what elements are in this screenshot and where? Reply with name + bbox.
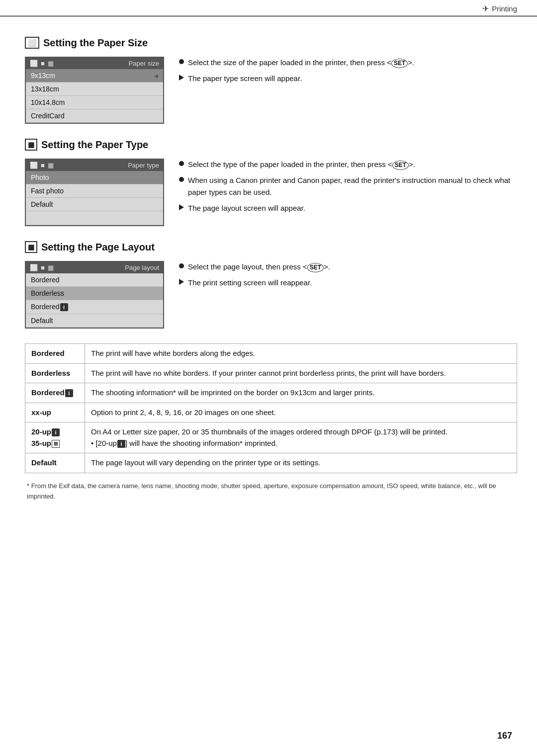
table-term-borderless: Borderless [25,363,85,383]
lcd-icon-1b: ⬜ [30,162,38,169]
bullet-triangle-icon [179,75,184,81]
paper-size-bullet-2: The paper type screen will appear. [179,73,517,84]
lcd-icon-2c: ■ [41,264,45,271]
lcd-row-10x14: 10x14.8cm [26,96,163,109]
bullet-triangle-icon-3 [179,279,184,285]
section-icon-paper-type: ▦ [25,139,37,151]
section-icon-page-layout: ▦ [25,241,37,253]
set-button-notation-3: SET [307,263,324,272]
lcd-row-13x18: 13x18cm [26,83,163,96]
info-icon-20up-2: i [117,440,125,448]
info-icon-bordered: i [60,303,68,311]
table-desc-bordered: The print will have white borders along … [85,344,517,364]
lcd-icons-3: ⬜ ■ ▦ [30,264,54,271]
table-term-xxup: xx-up [25,403,85,422]
layout-info-table: Bordered The print will have white borde… [25,343,517,473]
lcd-row-bordered-info: Borderedi [26,300,163,314]
lcd-row-default-type: Default [26,198,163,211]
lcd-row-photo: Photo [26,171,163,184]
lcd-page-layout: ⬜ ■ ▦ Page layout Bordered Borderless Bo… [25,261,164,329]
lcd-row-9x13: 9x13cm ◀ [26,69,163,83]
paper-type-bullet-2: When using a Canon printer and Canon pap… [179,174,517,198]
table-row-default: Default The page layout will vary depend… [25,453,517,473]
table-term-20up: 20-upi 35-up⊞ [25,422,85,453]
section-page-layout-body: ⬜ ■ ▦ Page layout Bordered Borderless Bo… [25,261,517,329]
paper-size-desc: Select the size of the paper loaded in t… [179,57,517,124]
table-term-bordered: Bordered [25,344,85,364]
lcd-row-borderless: Borderless [26,287,163,300]
lcd-icon-2b: ■ [41,162,45,169]
category-label: Printing [492,4,517,13]
section-paper-type-body: ⬜ ■ ▦ Paper type Photo Fast photo Defaul… [25,159,517,226]
table-row-bordered: Bordered The print will have white borde… [25,344,517,364]
lcd-paper-size: ⬜ ■ ▦ Paper size 9x13cm ◀ 13x18cm 10x14.… [25,57,164,124]
bullet-triangle-icon-2 [179,204,184,210]
section-paper-size-header: ⬜ Setting the Paper Size [25,37,517,49]
lcd-icon-3: ▦ [48,60,54,67]
lcd-icons: ⬜ ■ ▦ [30,60,54,67]
bullet-circle-icon-2 [179,161,184,166]
paper-size-bullet-1: Select the size of the paper loaded in t… [179,57,517,69]
page-content: ⬜ Setting the Paper Size ⬜ ■ ▦ Paper siz… [0,17,537,516]
table-row-20up: 20-upi 35-up⊞ On A4 or Letter size paper… [25,422,517,453]
page-layout-bullet-2: The print setting screen will reappear. [179,277,517,289]
bullet-circle-icon [179,59,184,64]
table-desc-borderless: The print will have no white borders. If… [85,363,517,383]
lcd-row-creditcard: CreditCard [26,109,163,123]
table-desc-default: The page layout will vary depending on t… [85,453,517,473]
info-icon-20up: i [52,428,60,436]
table-row-bordered-info: Borderedi The shooting information* will… [25,383,517,403]
bullet-circle-icon-3 [179,177,184,182]
lcd-row-empty [26,211,163,225]
lcd-icon-3c: ▦ [48,264,54,271]
info-icon-table: i [65,389,73,397]
section-paper-type-header: ▦ Setting the Paper Type [25,139,517,151]
page-layout-bullet-1: Select the page layout, then press <SET>… [179,261,517,273]
section-icon-paper-size: ⬜ [25,37,39,49]
table-row-borderless: Borderless The print will have no white … [25,363,517,383]
lcd-row-fast-photo: Fast photo [26,184,163,198]
lcd-icon-1: ⬜ [30,60,38,67]
lcd-paper-size-label: Paper size [129,60,159,67]
section-paper-size-title: Setting the Paper Size [43,37,148,49]
lcd-paper-size-topbar: ⬜ ■ ▦ Paper size [26,58,163,69]
lcd-page-layout-topbar: ⬜ ■ ▦ Page layout [26,262,163,273]
grid-icon-35up: ⊞ [52,440,60,448]
page-number: 167 [497,731,512,741]
section-page-layout-header: ▦ Setting the Page Layout [25,241,517,253]
top-bar: ✈ Printing [0,0,537,17]
paper-type-desc: Select the type of the paper loaded in t… [179,159,517,226]
table-desc-xxup: Option to print 2, 4, 8, 9, 16, or 20 im… [85,403,517,422]
lcd-paper-type: ⬜ ■ ▦ Paper type Photo Fast photo Defaul… [25,159,164,226]
page-layout-desc: Select the page layout, then press <SET>… [179,261,517,329]
lcd-icons-2: ⬜ ■ ▦ [30,162,54,169]
footnote: * From the Exif data, the camera name, l… [25,481,517,502]
bullet-circle-icon-4 [179,263,184,268]
lcd-row-bordered: Bordered [26,273,163,287]
section-paper-size-body: ⬜ ■ ▦ Paper size 9x13cm ◀ 13x18cm 10x14.… [25,57,517,124]
table-term-bordered-info: Borderedi [25,383,85,403]
table-row-xxup: xx-up Option to print 2, 4, 8, 9, 16, or… [25,403,517,422]
printing-icon: ✈ [482,4,489,13]
lcd-icon-1c: ⬜ [30,264,38,271]
lcd-page-layout-label: Page layout [125,264,159,271]
section-page-layout-title: Setting the Page Layout [41,242,155,253]
lcd-row-default-layout: Default [26,314,163,328]
section-paper-type-title: Setting the Paper Type [41,139,148,151]
set-button-notation: SET [391,59,408,68]
paper-type-bullet-1: Select the type of the paper loaded in t… [179,159,517,170]
lcd-paper-type-topbar: ⬜ ■ ▦ Paper type [26,160,163,171]
lcd-icon-2: ■ [41,60,45,67]
lcd-icon-3b: ▦ [48,162,54,169]
page-category: ✈ Printing [482,4,517,13]
table-desc-bordered-info: The shooting information* will be imprin… [85,383,517,403]
lcd-paper-type-label: Paper type [128,162,159,169]
table-desc-20up: On A4 or Letter size paper, 20 or 35 thu… [85,422,517,453]
table-term-default: Default [25,453,85,473]
paper-type-bullet-3: The page layout screen will appear. [179,202,517,214]
set-button-notation-2: SET [392,161,409,170]
